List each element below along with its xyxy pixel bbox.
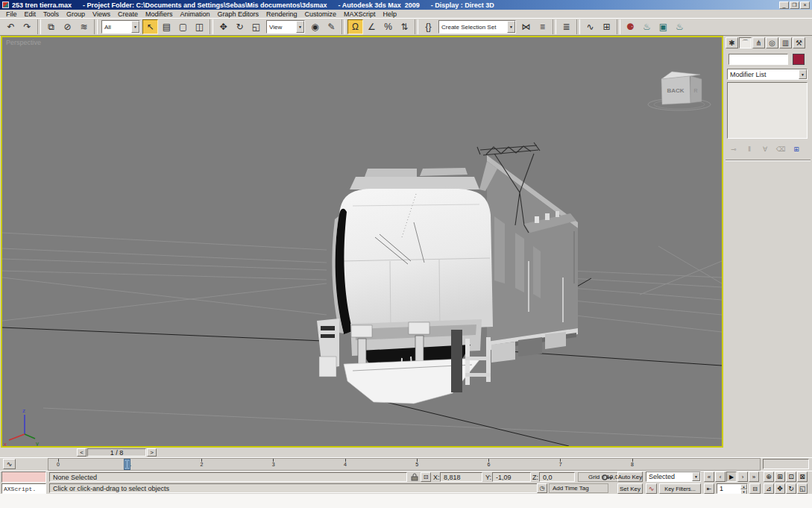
select-by-name-button[interactable]: ▤: [159, 19, 174, 34]
absolute-offset-mode-toggle[interactable]: ⊡: [421, 472, 431, 482]
menu-item[interactable]: Create: [114, 10, 142, 18]
select-and-link-button[interactable]: ⧉: [43, 19, 59, 34]
menu-item[interactable]: Help: [380, 10, 401, 18]
rectangular-selection-region-button[interactable]: ▢: [175, 19, 191, 34]
reference-coordinate-placeholder[interactable]: ◉: [307, 19, 323, 34]
previous-frame-button[interactable]: ‹: [715, 471, 726, 482]
pan-view-button[interactable]: ✥: [775, 483, 785, 494]
menu-item[interactable]: MAXScript: [340, 10, 380, 18]
field-of-view-button[interactable]: ⊿: [764, 483, 774, 494]
auto-key-toggle[interactable]: Auto Key: [617, 471, 643, 482]
play-animation-button[interactable]: ▶: [726, 471, 737, 482]
minimize-button[interactable]: _: [779, 1, 789, 9]
rendered-frame-window-button[interactable]: ▣: [655, 19, 671, 34]
modifier-stack-list[interactable]: [727, 82, 808, 139]
add-time-tag[interactable]: Add Time Tag: [549, 483, 608, 493]
select-and-manipulate-button[interactable]: ✎: [324, 19, 339, 34]
tab-create[interactable]: ✱: [726, 37, 738, 48]
menu-item[interactable]: Animation: [176, 10, 213, 18]
layer-manager-button[interactable]: ≣: [558, 19, 574, 34]
object-color-swatch[interactable]: [793, 54, 805, 65]
current-frame-field[interactable]: 1 ▲ ▼: [717, 483, 748, 494]
select-object-button[interactable]: ↖: [142, 19, 158, 34]
menu-item[interactable]: Customize: [301, 10, 341, 18]
chevron-down-icon[interactable]: ▼: [692, 472, 700, 481]
mirror-button[interactable]: ⋈: [518, 19, 534, 34]
unlink-selection-button[interactable]: ⊘: [60, 19, 75, 34]
object-name-field[interactable]: [728, 54, 788, 65]
chevron-down-icon[interactable]: ▼: [507, 21, 515, 33]
named-selection-set-dropdown[interactable]: Create Selection Set ▼: [438, 20, 516, 34]
menu-item[interactable]: Edit: [21, 10, 40, 18]
viewport-label[interactable]: Perspective: [6, 39, 41, 46]
pin-stack-button[interactable]: ⊸: [727, 143, 740, 154]
schematic-view-button[interactable]: ⊞: [599, 19, 614, 34]
select-and-scale-button[interactable]: ◱: [248, 19, 264, 34]
time-slider-handle[interactable]: 1 / 8: [87, 448, 146, 457]
x-coordinate-field[interactable]: 8,818: [440, 472, 482, 482]
menu-item[interactable]: Tools: [40, 10, 63, 18]
modifier-list-dropdown[interactable]: Modifier List ▼: [727, 69, 808, 80]
quick-render-button[interactable]: ♨: [672, 19, 687, 34]
train-model[interactable]: [317, 142, 578, 404]
reference-coordinate-system-dropdown[interactable]: View ▼: [266, 20, 305, 34]
show-end-result-button[interactable]: ‖: [743, 143, 756, 154]
zoom-extents-all-button[interactable]: ⊠: [797, 471, 808, 482]
spinner-up-icon[interactable]: ▲: [740, 484, 747, 489]
perspective-viewport[interactable]: Perspective: [1, 36, 723, 448]
menu-item[interactable]: Graph Editors: [213, 10, 262, 18]
zoom-extents-button[interactable]: ⊡: [786, 471, 796, 482]
set-key-toggle[interactable]: Set Key: [617, 483, 643, 494]
maximize-viewport-toggle[interactable]: ◱: [797, 483, 808, 494]
time-configuration-button[interactable]: ⊟: [749, 483, 761, 494]
frame-spinner[interactable]: ▲ ▼: [740, 484, 747, 493]
go-to-start-button[interactable]: «: [704, 471, 714, 482]
next-frame-button[interactable]: ›: [737, 471, 748, 482]
curve-editor-button[interactable]: ∿: [582, 19, 598, 34]
percent-snap-toggle-button[interactable]: %: [380, 19, 396, 34]
menu-item[interactable]: Group: [63, 10, 89, 18]
spinner-snap-toggle-button[interactable]: ⇅: [397, 19, 412, 34]
material-editor-button[interactable]: ⚈: [623, 19, 638, 34]
default-tangent-button[interactable]: ∿: [646, 483, 657, 494]
arc-rotate-button[interactable]: ↻: [786, 483, 796, 494]
go-to-end-button[interactable]: »: [749, 471, 759, 482]
key-mode-toggle[interactable]: ⇤: [704, 483, 714, 494]
menu-item[interactable]: Rendering: [262, 10, 301, 18]
undo-button[interactable]: ↶: [3, 19, 19, 34]
remove-modifier-button[interactable]: ⌫: [774, 143, 787, 154]
select-and-move-button[interactable]: ✥: [215, 19, 231, 34]
z-coordinate-field[interactable]: 0,0: [539, 472, 575, 482]
align-button[interactable]: ≡: [535, 19, 550, 34]
snaps-toggle-3d-button[interactable]: Ω: [347, 19, 363, 34]
menu-item[interactable]: Modifiers: [142, 10, 177, 18]
restore-button[interactable]: ❐: [790, 1, 799, 9]
current-frame-indicator[interactable]: [124, 459, 130, 470]
window-crossing-toggle[interactable]: ◫: [192, 19, 207, 34]
maxscript-mini-listener-output[interactable]: AXScript.: [1, 483, 46, 494]
maxscript-mini-listener-macro[interactable]: [1, 471, 46, 483]
selection-filter-dropdown[interactable]: All ▼: [101, 20, 140, 34]
tab-utilities[interactable]: ⚒: [793, 37, 805, 48]
viewcube-back-label[interactable]: BACK: [667, 87, 684, 94]
selection-lock-toggle[interactable]: [409, 472, 419, 482]
render-setup-button[interactable]: ♨: [639, 19, 655, 34]
set-keys-button[interactable]: [601, 472, 614, 482]
zoom-all-button[interactable]: ⊞: [775, 471, 785, 482]
configure-modifier-sets-button[interactable]: ⊞: [790, 143, 803, 154]
viewcube[interactable]: BACK R: [648, 72, 711, 110]
time-slider-prev-button[interactable]: <: [77, 448, 86, 457]
menu-item[interactable]: File: [2, 10, 21, 18]
y-coordinate-field[interactable]: -1,09: [492, 472, 531, 482]
close-button[interactable]: ×: [800, 1, 810, 9]
chevron-down-icon[interactable]: ▼: [799, 69, 807, 79]
bind-to-space-warp-button[interactable]: ≋: [76, 19, 92, 34]
angle-snap-toggle-button[interactable]: ∠: [364, 19, 380, 34]
select-and-rotate-button[interactable]: ↻: [232, 19, 248, 34]
tab-display[interactable]: ▥: [779, 37, 792, 48]
tab-hierarchy[interactable]: ⋔: [752, 37, 765, 48]
key-selection-dropdown[interactable]: Selected ▼: [646, 471, 701, 482]
key-filters-button[interactable]: Key Filters...: [659, 483, 701, 494]
viewcube-right-label[interactable]: R: [693, 88, 697, 93]
make-unique-button[interactable]: ∀: [758, 143, 772, 154]
